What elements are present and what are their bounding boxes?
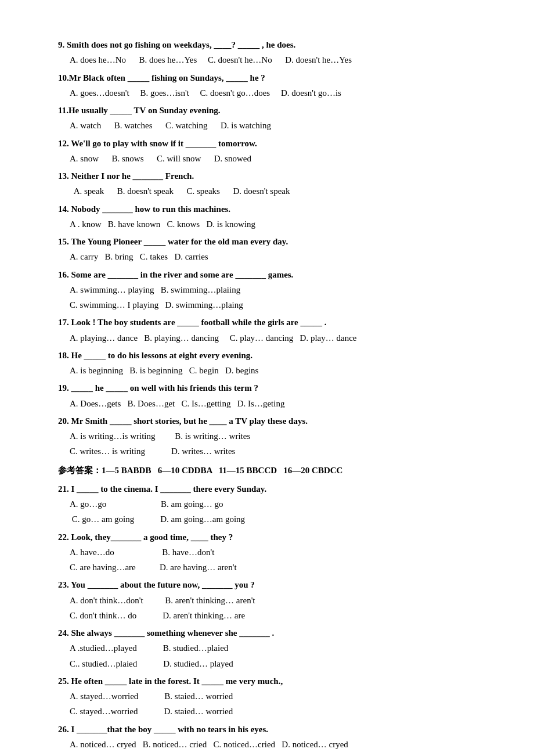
answer-key: 参考答案：1—5 BABDB 6—10 CDDBA 11—15 BBCCD 16… bbox=[58, 463, 488, 478]
question-23: 23. You _______ about the future now, __… bbox=[58, 577, 488, 592]
options-12: A. snow B. snows C. will snow D. snowed bbox=[70, 151, 488, 166]
question-14: 14. Nobody _______ how to run this machi… bbox=[58, 201, 488, 217]
options-9: A. does he…No B. does he…Yes C. doesn't … bbox=[70, 52, 488, 67]
question-22: 22. Look, they_______ a good time, ____ … bbox=[58, 530, 488, 545]
options-13: A. speak B. doesn't speak C. speaks D. d… bbox=[70, 183, 488, 199]
question-21: 21. I _____ to the cinema. I _______ the… bbox=[58, 481, 488, 496]
options-20a: A. is writing…is writing B. is writing… … bbox=[70, 429, 488, 444]
options-16b: C. swimming… I playing D. swimming…plain… bbox=[70, 297, 488, 312]
options-17: A. playing… dance B. playing… dancing C.… bbox=[70, 330, 488, 345]
options-19: A. Does…gets B. Does…get C. Is…getting D… bbox=[70, 396, 488, 411]
options-20b: C. writes… is writing D. writes… writes bbox=[70, 444, 488, 459]
options-25b: C. stayed…worried D. staied… worried bbox=[70, 704, 488, 719]
options-22a: A. have…do B. have…don't bbox=[70, 545, 488, 560]
question-20: 20. Mr Smith _____ short stories, but he… bbox=[58, 413, 488, 429]
options-24a: A .studied…played B. studied…plaied bbox=[70, 640, 488, 656]
question-17: 17. Look ! The boy students are _____ fo… bbox=[58, 315, 488, 330]
question-24: 24. She always _______ something wheneve… bbox=[58, 625, 488, 640]
question-26: 26. I _______that the boy _____ with no … bbox=[58, 722, 488, 737]
options-21b: C. go… am going D. am going…am going bbox=[70, 512, 488, 527]
question-11: 11.He usually _____ TV on Sunday evening… bbox=[58, 103, 488, 118]
main-content: 9. Smith does not go fishing on weekdays… bbox=[58, 37, 488, 752]
options-14: A . know B. have known C. knows D. is kn… bbox=[70, 217, 488, 232]
question-19: 19. _____ he _____ on well with his frie… bbox=[58, 380, 488, 395]
options-18: A. is beginning B. is beginning C. begin… bbox=[70, 363, 488, 378]
options-16a: A. swimming… playing B. swimming…plaiing bbox=[70, 282, 488, 297]
question-16: 16. Some are _______ in the river and so… bbox=[58, 267, 488, 282]
options-22b: C. are having…are D. are having… aren't bbox=[70, 560, 488, 575]
question-9: 9. Smith does not go fishing on weekdays… bbox=[58, 37, 488, 52]
question-10: 10.Mr Black often _____ fishing on Sunda… bbox=[58, 70, 488, 85]
options-24b: C.. studied…plaied D. studied… played bbox=[70, 656, 488, 671]
options-15: A. carry B. bring C. takes D. carries bbox=[70, 249, 488, 264]
question-18: 18. He _____ to do his lessons at eight … bbox=[58, 348, 488, 363]
options-23a: A. don't think…don't B. aren't thinking…… bbox=[70, 593, 488, 608]
question-15: 15. The Young Pioneer _____ water for th… bbox=[58, 234, 488, 249]
question-12: 12. We'll go to play with snow if it ___… bbox=[58, 136, 488, 151]
options-25a: A. stayed…worried B. staied… worried bbox=[70, 689, 488, 704]
options-23b: C. don't think… do D. aren't thinking… a… bbox=[70, 608, 488, 623]
question-13: 13. Neither I nor he _______ French. bbox=[58, 168, 488, 183]
question-25: 25. He often _____ late in the forest. I… bbox=[58, 674, 488, 689]
options-26: A. noticed… cryed B. noticed… cried C. n… bbox=[70, 737, 488, 752]
options-10: A. goes…doesn't B. goes…isn't C. doesn't… bbox=[70, 85, 488, 100]
options-21a: A. go…go B. am going… go bbox=[70, 496, 488, 512]
options-11: A. watch B. watches C. watching D. is wa… bbox=[70, 118, 488, 133]
